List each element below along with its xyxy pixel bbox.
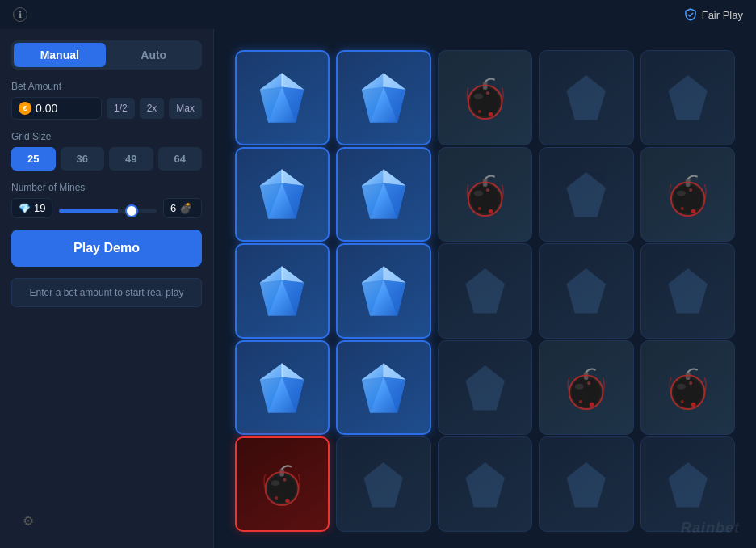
svg-marker-48	[282, 266, 304, 282]
svg-point-44	[681, 207, 684, 210]
mines-row: 💎 19 6 💣	[11, 198, 202, 218]
left-panel: Manual Auto Bet Amount € 1/2 2x Max Grid…	[0, 29, 214, 548]
svg-point-16	[486, 91, 489, 95]
grid-cell-4[interactable]	[640, 50, 736, 145]
svg-point-92	[275, 496, 278, 500]
svg-point-93	[284, 478, 287, 482]
mines-slider[interactable]	[59, 209, 157, 213]
bet-input[interactable]	[36, 102, 84, 115]
game-area: Rainbet	[214, 29, 756, 548]
settings-icon[interactable]: ⚙	[23, 513, 34, 529]
grid-cell-19[interactable]	[640, 340, 736, 436]
grid-cell-14[interactable]	[640, 243, 736, 339]
grid-cell-9[interactable]	[640, 147, 736, 242]
grid-cell-24[interactable]	[640, 436, 736, 532]
real-play-hint: Enter a bet amount to start real play	[11, 278, 202, 307]
mine-grid	[235, 50, 736, 527]
grid-cell-2[interactable]	[438, 50, 533, 145]
grid-btn-49[interactable]: 49	[109, 147, 153, 171]
fair-play: Fair Play	[684, 8, 743, 21]
mines-section: Number of Mines 💎 19 6 💣	[11, 182, 202, 218]
svg-point-89	[271, 480, 280, 486]
grid-size-label: Grid Size	[11, 131, 202, 142]
grid-cell-5[interactable]	[235, 147, 330, 242]
grid-btn-25[interactable]: 25	[11, 147, 56, 171]
svg-point-34	[489, 209, 494, 213]
bottom-left: ⚙	[11, 505, 202, 537]
svg-marker-58	[567, 268, 607, 313]
bomb-mini-icon: 💣	[179, 202, 192, 214]
svg-point-41	[677, 191, 686, 196]
svg-marker-98	[668, 462, 708, 506]
grid-cell-13[interactable]	[539, 243, 634, 339]
svg-point-12	[474, 94, 483, 99]
max-bet-button[interactable]: Max	[169, 98, 202, 119]
svg-point-35	[477, 207, 481, 210]
svg-marker-66	[384, 363, 405, 379]
tab-manual[interactable]: Manual	[14, 43, 106, 67]
bomb-count-value: 6	[170, 202, 176, 214]
grid-cell-23[interactable]	[539, 436, 634, 532]
grid-cell-3[interactable]	[539, 50, 634, 145]
grid-cell-17[interactable]	[438, 340, 533, 436]
grid-cell-16[interactable]	[336, 340, 431, 436]
svg-marker-26	[384, 170, 405, 186]
grid-cell-1[interactable]	[336, 50, 431, 145]
svg-marker-1	[282, 73, 304, 89]
grid-cell-12[interactable]	[438, 243, 533, 339]
real-play-hint-text: Enter a bet amount to start real play	[30, 287, 184, 298]
tab-bar: Manual Auto	[11, 40, 202, 70]
svg-marker-70	[465, 365, 505, 410]
grid-size-section: Grid Size 25 36 49 64	[11, 131, 202, 171]
svg-point-77	[587, 381, 590, 385]
svg-point-83	[691, 403, 696, 407]
svg-point-11	[470, 87, 499, 116]
svg-point-75	[590, 403, 594, 407]
grid-cell-6[interactable]	[336, 147, 431, 242]
grid-cell-7[interactable]	[438, 147, 533, 242]
svg-point-73	[575, 384, 584, 390]
grid-cell-10[interactable]	[235, 243, 330, 339]
svg-point-88	[268, 474, 296, 503]
double-bet-button[interactable]: 2x	[140, 98, 165, 119]
svg-marker-61	[282, 363, 304, 379]
diamond-count-value: 19	[34, 202, 45, 214]
svg-point-84	[681, 400, 684, 403]
info-icon[interactable]: ℹ	[13, 7, 27, 22]
header: ℹ Fair Play	[0, 0, 756, 29]
svg-point-91	[285, 499, 289, 503]
grid-btn-36[interactable]: 36	[61, 147, 105, 171]
main-layout: Manual Auto Bet Amount € 1/2 2x Max Grid…	[0, 29, 756, 548]
svg-marker-18	[567, 75, 607, 120]
grid-cell-22[interactable]	[438, 436, 533, 532]
mines-label: Number of Mines	[11, 182, 202, 193]
svg-point-31	[470, 184, 499, 213]
half-bet-button[interactable]: 1/2	[107, 98, 135, 119]
tab-auto[interactable]: Auto	[108, 43, 200, 67]
svg-marker-97	[567, 462, 607, 506]
svg-point-76	[579, 400, 582, 403]
mines-slider-wrapper	[59, 201, 157, 216]
svg-marker-96	[465, 462, 505, 506]
grid-cell-20[interactable]	[235, 436, 330, 532]
svg-point-45	[689, 188, 692, 192]
bet-input-wrapper: €	[11, 97, 102, 120]
play-demo-button[interactable]: Play Demo	[11, 230, 202, 267]
grid-cell-15[interactable]	[235, 340, 330, 436]
grid-cell-11[interactable]	[336, 243, 431, 339]
diamond-count: 💎 19	[11, 198, 52, 218]
svg-point-36	[486, 188, 489, 192]
svg-point-32	[474, 191, 483, 196]
bet-amount-section: Bet Amount € 1/2 2x Max	[11, 81, 202, 120]
grid-cell-0[interactable]	[235, 50, 330, 145]
grid-cell-18[interactable]	[539, 340, 634, 436]
svg-marker-95	[364, 462, 404, 506]
bomb-count: 6 💣	[163, 198, 202, 218]
grid-cell-21[interactable]	[336, 436, 431, 532]
grid-btn-64[interactable]: 64	[158, 147, 203, 171]
fair-play-label: Fair Play	[702, 9, 743, 21]
grid-cell-8[interactable]	[539, 147, 634, 242]
svg-point-80	[674, 377, 703, 407]
svg-marker-6	[384, 73, 405, 89]
grid-size-buttons: 25 36 49 64	[11, 147, 202, 171]
